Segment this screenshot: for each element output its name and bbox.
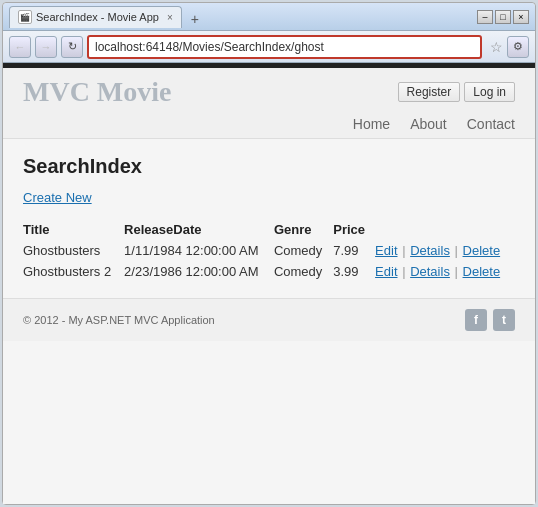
- edit-link-0[interactable]: Edit: [375, 243, 397, 258]
- separator: |: [402, 243, 405, 258]
- address-input[interactable]: [95, 40, 474, 54]
- address-bar-container: [87, 35, 482, 59]
- nav-contact[interactable]: Contact: [467, 116, 515, 132]
- tab-bar: 🎬 SearchIndex - Movie App × +: [9, 6, 204, 28]
- movie-title: Ghostbusters 2: [23, 261, 124, 282]
- tab-favicon: 🎬: [18, 10, 32, 24]
- separator: |: [455, 243, 458, 258]
- tools-button[interactable]: ⚙: [507, 36, 529, 58]
- table-row: Ghostbusters 2 2/23/1986 12:00:00 AM Com…: [23, 261, 515, 282]
- close-button[interactable]: ×: [513, 10, 529, 24]
- nav-about[interactable]: About: [410, 116, 447, 132]
- footer-icons: f t: [465, 309, 515, 331]
- login-button[interactable]: Log in: [464, 82, 515, 102]
- movie-actions: Edit | Details | Delete: [375, 240, 515, 261]
- movie-genre: Comedy: [274, 240, 333, 261]
- footer-copyright: © 2012 - My ASP.NET MVC Application: [23, 314, 215, 326]
- edit-link-1[interactable]: Edit: [375, 264, 397, 279]
- browser-window: 🎬 SearchIndex - Movie App × + – □ × ← → …: [2, 2, 536, 505]
- details-link-0[interactable]: Details: [410, 243, 450, 258]
- reload-button[interactable]: ↻: [61, 36, 83, 58]
- site-logo: MVC Movie: [23, 76, 172, 108]
- window-controls: – □ ×: [477, 10, 529, 24]
- col-actions: [375, 219, 515, 240]
- movie-price: 3.99: [333, 261, 375, 282]
- page-title: SearchIndex: [23, 155, 515, 178]
- col-genre: Genre: [274, 219, 333, 240]
- page-content: MVC Movie Register Log in Home About Con…: [3, 68, 535, 504]
- movie-release-date: 1/11/1984 12:00:00 AM: [124, 240, 274, 261]
- table-head: Title ReleaseDate Genre Price: [23, 219, 515, 240]
- site-nav: Home About Contact: [23, 108, 515, 138]
- movie-genre: Comedy: [274, 261, 333, 282]
- table-body: Ghostbusters 1/11/1984 12:00:00 AM Comed…: [23, 240, 515, 282]
- site-header: MVC Movie Register Log in Home About Con…: [3, 68, 535, 139]
- movie-title: Ghostbusters: [23, 240, 124, 261]
- site-footer: © 2012 - My ASP.NET MVC Application f t: [3, 298, 535, 341]
- col-release: ReleaseDate: [124, 219, 274, 240]
- separator: |: [402, 264, 405, 279]
- table-row: Ghostbusters 1/11/1984 12:00:00 AM Comed…: [23, 240, 515, 261]
- create-new-link[interactable]: Create New: [23, 190, 92, 205]
- register-button[interactable]: Register: [398, 82, 461, 102]
- header-actions: Register Log in: [398, 82, 515, 102]
- title-bar: 🎬 SearchIndex - Movie App × + – □ ×: [3, 3, 535, 31]
- restore-button[interactable]: □: [495, 10, 511, 24]
- table-header-row: Title ReleaseDate Genre Price: [23, 219, 515, 240]
- active-tab[interactable]: 🎬 SearchIndex - Movie App ×: [9, 6, 182, 28]
- twitter-icon[interactable]: t: [493, 309, 515, 331]
- delete-link-1[interactable]: Delete: [463, 264, 501, 279]
- tab-close-button[interactable]: ×: [167, 12, 173, 23]
- separator: |: [455, 264, 458, 279]
- delete-link-0[interactable]: Delete: [463, 243, 501, 258]
- nav-bar: ← → ↻ ☆ ⚙: [3, 31, 535, 63]
- details-link-1[interactable]: Details: [410, 264, 450, 279]
- main-content: SearchIndex Create New Title ReleaseDate…: [3, 139, 535, 298]
- bookmark-icon[interactable]: ☆: [490, 39, 503, 55]
- forward-button[interactable]: →: [35, 36, 57, 58]
- nav-home[interactable]: Home: [353, 116, 390, 132]
- facebook-icon[interactable]: f: [465, 309, 487, 331]
- header-top: MVC Movie Register Log in: [23, 76, 515, 108]
- back-button[interactable]: ←: [9, 36, 31, 58]
- minimize-button[interactable]: –: [477, 10, 493, 24]
- col-title: Title: [23, 219, 124, 240]
- new-tab-button[interactable]: +: [186, 10, 204, 28]
- movie-price: 7.99: [333, 240, 375, 261]
- tab-title: SearchIndex - Movie App: [36, 11, 159, 23]
- movie-table: Title ReleaseDate Genre Price Ghostbuste…: [23, 219, 515, 282]
- col-price: Price: [333, 219, 375, 240]
- movie-actions: Edit | Details | Delete: [375, 261, 515, 282]
- movie-release-date: 2/23/1986 12:00:00 AM: [124, 261, 274, 282]
